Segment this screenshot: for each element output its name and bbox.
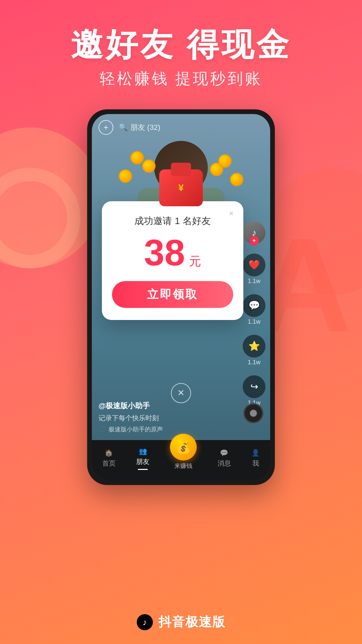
reward-popup: × 成功邀请 1 名好友 38 元 立即领取 <box>102 201 243 320</box>
comment-icon-group[interactable]: 💬 1.1w <box>243 294 265 325</box>
comment-icon: 💬 <box>243 294 265 317</box>
popup-title: 成功邀请 1 名好友 <box>112 215 233 227</box>
phone-screen: + 🔍 朋友 (32) ¥ <box>92 114 270 480</box>
home-label: 首页 <box>102 459 116 468</box>
add-contact-button[interactable]: + <box>99 120 113 135</box>
coin-4 <box>230 173 243 186</box>
share-icon-group[interactable]: ↪ 1.1w <box>243 375 265 407</box>
popup-amount-unit: 元 <box>189 254 201 268</box>
search-icon: 🔍 <box>119 123 128 132</box>
coin-2 <box>142 159 156 173</box>
search-bar[interactable]: 🔍 朋友 (32) <box>119 122 160 132</box>
app-name: 抖音极速版 <box>159 613 226 631</box>
popup-close-button[interactable]: × <box>225 207 237 219</box>
video-info: @极速版小助手 记录下每个快乐时刻 🎵 极速版小助手的原声 <box>99 401 163 433</box>
coin-6 <box>218 154 232 168</box>
main-title: 邀好友 得现金 <box>0 27 362 62</box>
video-username: @极速版小助手 <box>99 401 163 411</box>
bottom-branding: ♪ 抖音极速版 <box>0 613 362 631</box>
music-label: 极速版小助手的原声 <box>109 425 163 433</box>
comment-count: 1.1w <box>248 318 260 325</box>
nav-earn[interactable]: 💰 来赚钱 <box>170 434 197 470</box>
friends-icon: 👥 <box>139 447 147 455</box>
friends-label: 朋友 <box>136 457 149 466</box>
phone-navbar: 🏠 首页 👥 朋友 💰 来赚钱 💬 消息 👤 我 <box>92 440 270 480</box>
like-icon: ❤️ <box>243 254 265 276</box>
music-disc <box>243 403 263 423</box>
music-note-icon: 🎵 <box>99 426 106 433</box>
nav-home[interactable]: 🏠 首页 <box>102 449 116 468</box>
profile-icon: 👤 <box>251 449 260 457</box>
profile-label: 我 <box>252 459 259 468</box>
coin-1 <box>119 169 132 183</box>
nav-messages[interactable]: 💬 消息 <box>218 449 231 468</box>
earn-label: 来赚钱 <box>174 462 192 470</box>
messages-icon: 💬 <box>220 449 228 457</box>
phone-topbar: + 🔍 朋友 (32) <box>92 114 270 141</box>
popup-amount: 38 <box>144 232 185 273</box>
nav-profile[interactable]: 👤 我 <box>251 449 260 468</box>
profile-icon-group: ♪ + <box>243 221 265 244</box>
phone-wrapper: + 🔍 朋友 (32) ¥ <box>0 109 362 485</box>
earn-coin-icon: 💰 <box>170 434 197 461</box>
star-icon: ⭐ <box>243 335 265 358</box>
coin-5 <box>130 151 144 164</box>
coins-container: ¥ <box>112 166 250 206</box>
follow-icon: + <box>249 236 259 246</box>
messages-label: 消息 <box>218 459 231 468</box>
share-icon: ↪ <box>243 375 265 398</box>
search-label: 朋友 (32) <box>130 122 160 132</box>
star-count: 1.1w <box>248 359 260 366</box>
video-music: 🎵 极速版小助手的原声 <box>99 425 163 433</box>
header-area: 邀好友 得现金 轻松赚钱 提现秒到账 <box>0 0 362 89</box>
music-disc-inner <box>250 410 257 417</box>
sub-title: 轻松赚钱 提现秒到账 <box>0 68 362 89</box>
star-icon-group[interactable]: ⭐ 1.1w <box>243 335 265 366</box>
claim-button[interactable]: 立即领取 <box>112 281 233 308</box>
right-sidebar: ♪ + ❤️ 1.1w 💬 1.1w ⭐ 1.1w <box>243 221 265 407</box>
tiktok-logo: ♪ <box>136 614 153 631</box>
popup-amount-row: 38 元 <box>112 234 233 271</box>
profile-avatar[interactable]: ♪ + <box>243 221 265 244</box>
red-envelope: ¥ <box>159 169 203 206</box>
home-icon: 🏠 <box>105 449 113 457</box>
like-icon-group[interactable]: ❤️ 1.1w <box>243 254 265 285</box>
phone-frame: + 🔍 朋友 (32) ¥ <box>87 109 275 485</box>
video-description: 记录下每个快乐时刻 <box>99 414 163 423</box>
like-count: 1.1w <box>248 278 260 285</box>
nav-friends[interactable]: 👥 朋友 <box>136 447 149 470</box>
dismiss-button[interactable]: ✕ <box>171 383 191 403</box>
svg-text:♪: ♪ <box>143 617 147 627</box>
